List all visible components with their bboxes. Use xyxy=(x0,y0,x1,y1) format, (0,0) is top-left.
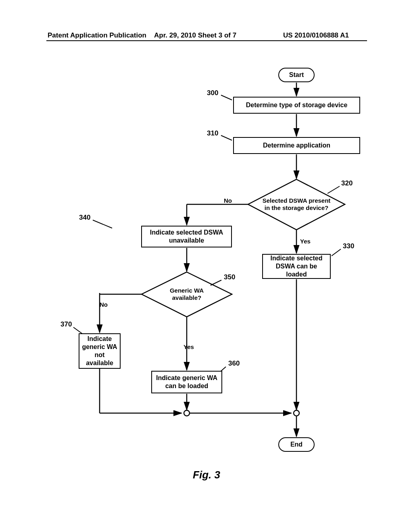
terminal-end: End xyxy=(278,437,315,452)
svg-line-25 xyxy=(211,280,221,285)
terminal-start: Start xyxy=(278,68,315,82)
label-300: 300 xyxy=(207,89,218,97)
label-350: 350 xyxy=(224,273,235,281)
label-340: 340 xyxy=(79,214,90,222)
label-360: 360 xyxy=(228,360,240,368)
box-360: Indicate generic WA can be loaded xyxy=(151,371,222,393)
box-340: Indicate selected DSWA unavailable xyxy=(141,226,232,247)
svg-point-18 xyxy=(184,410,190,416)
edge-yes-320: Yes xyxy=(300,238,311,245)
label-310: 310 xyxy=(207,129,218,137)
label-330: 330 xyxy=(343,242,354,250)
box-300: Determine type of storage device xyxy=(233,97,360,114)
svg-line-22 xyxy=(327,186,340,193)
edge-yes-350: Yes xyxy=(184,343,194,350)
svg-line-23 xyxy=(332,249,341,256)
figure-caption: Fig. 3 xyxy=(193,469,220,481)
svg-line-20 xyxy=(221,95,232,100)
svg-marker-8 xyxy=(142,272,232,317)
label-370: 370 xyxy=(60,320,72,328)
svg-point-19 xyxy=(294,410,299,416)
label-320: 320 xyxy=(341,179,353,187)
box-330: Indicate selected DSWA can be loaded xyxy=(262,254,331,279)
box-310: Determine application xyxy=(233,137,360,154)
edge-no-320: No xyxy=(224,197,232,204)
svg-line-21 xyxy=(221,135,232,140)
svg-line-27 xyxy=(73,327,82,334)
svg-marker-3 xyxy=(248,179,345,230)
edge-no-350: No xyxy=(100,301,108,308)
box-370: Indicate generic WA not available xyxy=(79,333,121,369)
flowchart-svg xyxy=(0,0,413,532)
svg-line-24 xyxy=(93,220,112,228)
